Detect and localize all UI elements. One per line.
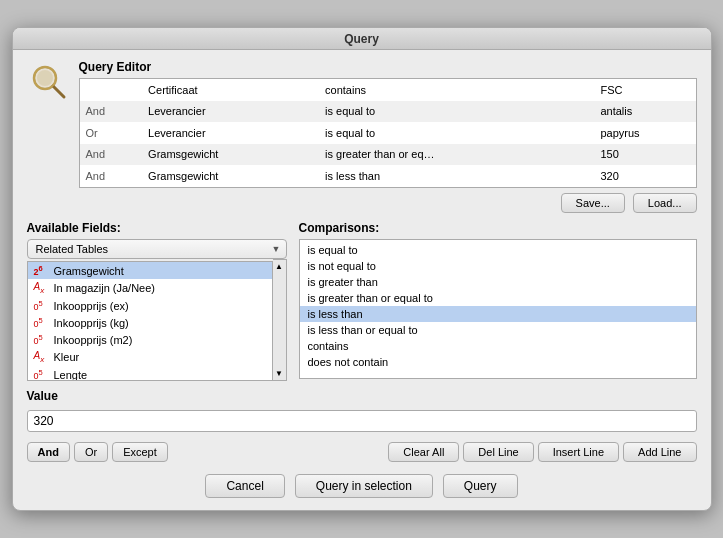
list-item[interactable]: 05Inkoopprijs (ex) [28, 297, 272, 314]
field-cell: Certificaat [142, 79, 319, 101]
scroll-down-arrow[interactable]: ▼ [275, 369, 283, 378]
available-fields-panel: Available Fields: Related Tables 26Grams… [27, 221, 287, 381]
and-button[interactable]: And [27, 442, 70, 462]
query-in-selection-button[interactable]: Query in selection [295, 474, 433, 498]
except-button[interactable]: Except [112, 442, 168, 462]
value-cell: 150 [594, 144, 696, 166]
comparison-cell: is equal to [319, 122, 594, 144]
query-button[interactable]: Query [443, 474, 518, 498]
search-icon [27, 60, 71, 104]
related-tables-dropdown-wrapper: Related Tables [27, 239, 287, 259]
cancel-button[interactable]: Cancel [205, 474, 284, 498]
list-item[interactable]: 05Inkoopprijs (kg) [28, 314, 272, 331]
comparison-cell: contains [319, 79, 594, 101]
logic-cell: And [79, 165, 142, 187]
value-input[interactable] [27, 410, 697, 432]
comparison-cell: is less than [319, 165, 594, 187]
list-item[interactable]: is less than or equal to [300, 322, 696, 338]
comparisons-panel: Comparisons: is equal tois not equal toi… [299, 221, 697, 381]
logic-cell [79, 79, 142, 101]
value-cell: 320 [594, 165, 696, 187]
list-item[interactable]: 05Inkoopprijs (m2) [28, 331, 272, 348]
table-row[interactable]: Certificaat contains FSC [79, 79, 696, 101]
field-cell: Leverancier [142, 122, 319, 144]
list-item[interactable]: is not equal to [300, 258, 696, 274]
query-editor-label: Query Editor [79, 60, 697, 74]
svg-point-1 [37, 70, 53, 86]
value-cell: papyrus [594, 122, 696, 144]
scroll-up-arrow[interactable]: ▲ [275, 262, 283, 271]
list-item[interactable]: is less than [300, 306, 696, 322]
save-button[interactable]: Save... [561, 193, 625, 213]
comparison-cell: is greater than or eq… [319, 144, 594, 166]
titlebar: Query [13, 28, 711, 50]
table-row[interactable]: And Gramsgewicht is less than 320 [79, 165, 696, 187]
comparison-cell: is equal to [319, 101, 594, 123]
insert-line-button[interactable]: Insert Line [538, 442, 619, 462]
list-item[interactable]: AxKleur [28, 348, 272, 366]
available-fields-label: Available Fields: [27, 221, 287, 235]
list-item[interactable]: 05Lengte [28, 366, 272, 381]
field-cell: Gramsgewicht [142, 144, 319, 166]
list-item[interactable]: contains [300, 338, 696, 354]
table-row[interactable]: Or Leverancier is equal to papyrus [79, 122, 696, 144]
query-table-area: Query Editor Certificaat contains FSC An… [79, 60, 697, 213]
logic-action-row: And Or Except Clear All Del Line Insert … [27, 442, 697, 462]
value-cell: FSC [594, 79, 696, 101]
query-table: Certificaat contains FSC And Leverancier… [79, 78, 697, 188]
list-item[interactable]: 26Gramsgewicht [28, 262, 272, 279]
fields-scrollbar[interactable]: ▲ ▼ [273, 259, 287, 381]
field-cell: Leverancier [142, 101, 319, 123]
list-item[interactable]: AxIn magazijn (Ja/Nee) [28, 279, 272, 297]
value-section: Value [27, 389, 697, 432]
field-cell: Gramsgewicht [142, 165, 319, 187]
logic-cell: And [79, 101, 142, 123]
value-cell: antalis [594, 101, 696, 123]
or-button[interactable]: Or [74, 442, 108, 462]
load-button[interactable]: Load... [633, 193, 697, 213]
logic-cell: And [79, 144, 142, 166]
clear-all-button[interactable]: Clear All [388, 442, 459, 462]
add-line-button[interactable]: Add Line [623, 442, 696, 462]
window-title: Query [344, 32, 379, 46]
list-item[interactable]: is greater than or equal to [300, 290, 696, 306]
comparisons-list: is equal tois not equal tois greater tha… [299, 239, 697, 379]
related-tables-dropdown[interactable]: Related Tables [27, 239, 287, 259]
list-item[interactable]: is greater than [300, 274, 696, 290]
fields-list: 26GramsgewichtAxIn magazijn (Ja/Nee)05In… [27, 261, 273, 381]
svg-line-2 [53, 86, 64, 97]
bottom-buttons-row: Cancel Query in selection Query [27, 474, 697, 498]
list-item[interactable]: does not contain [300, 354, 696, 370]
value-label: Value [27, 389, 697, 403]
del-line-button[interactable]: Del Line [463, 442, 533, 462]
comparisons-label: Comparisons: [299, 221, 697, 235]
list-item[interactable]: is equal to [300, 242, 696, 258]
table-row[interactable]: And Gramsgewicht is greater than or eq… … [79, 144, 696, 166]
table-row[interactable]: And Leverancier is equal to antalis [79, 101, 696, 123]
logic-cell: Or [79, 122, 142, 144]
query-window: Query Query Editor Certificaat contains … [12, 27, 712, 511]
